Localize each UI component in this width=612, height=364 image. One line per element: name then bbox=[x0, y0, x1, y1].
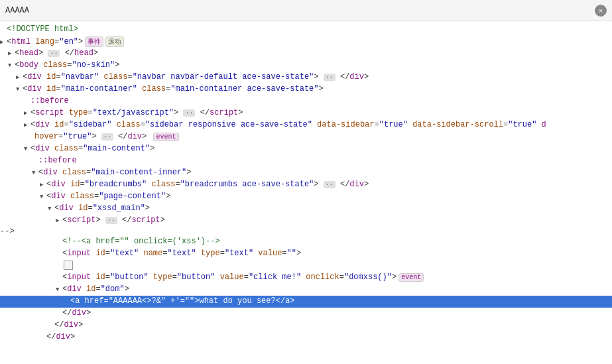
scroll-badge-html[interactable]: 滚动 bbox=[105, 36, 124, 47]
line-close-div2: </div> bbox=[0, 320, 612, 332]
line-input-button: <input id="button" type="button" value="… bbox=[0, 272, 612, 284]
close-div1-tag: </div> bbox=[62, 308, 91, 318]
input-button-tag: <input id="button" type="button" value="… bbox=[62, 273, 397, 282]
event-badge-button[interactable]: event bbox=[398, 273, 424, 282]
doctype-text: <!DOCTYPE html> bbox=[7, 25, 78, 34]
script2-tag: <script> ·· </script> bbox=[62, 215, 165, 225]
line-script1: <script type="text/javascript"> ·· </scr… bbox=[0, 107, 612, 119]
triangle-main-container[interactable] bbox=[16, 86, 23, 93]
ellipsis-head[interactable]: ·· bbox=[48, 50, 60, 57]
line-comment-xss: <!--<a href="" onclick=('xss')--> bbox=[0, 236, 612, 248]
triangle-navbar[interactable] bbox=[16, 74, 23, 81]
line-html: <html lang="en"> 事件 滚动 bbox=[0, 36, 612, 48]
line-navbar: <div id="navbar" class="navbar navbar-de… bbox=[0, 72, 612, 84]
script1-tag: <script type="text/javascript"> ·· </scr… bbox=[31, 108, 243, 117]
line-body: <body class="no-skin"> bbox=[0, 60, 612, 72]
search-bar: × bbox=[0, 0, 612, 21]
line-close-div1: </div> bbox=[0, 308, 612, 320]
line-script2: <script> ·· </script> bbox=[0, 215, 612, 227]
ellipsis-script1[interactable]: ·· bbox=[183, 109, 195, 117]
breadcrumbs-tag: <div id="breadcrumbs" class="breadcrumbs… bbox=[46, 180, 369, 189]
div-dom-tag: <div id="dom"> bbox=[62, 284, 129, 294]
line-doctype: <!DOCTYPE html> bbox=[0, 24, 612, 36]
triangle-sidebar[interactable] bbox=[24, 121, 31, 129]
line-a-href[interactable]: <a href="AAAAAA<>?&" +'="">what do you s… bbox=[0, 296, 612, 308]
code-panel: <!DOCTYPE html> <html lang="en"> 事件 滚动 <… bbox=[0, 21, 612, 364]
line-close-div3: </div> bbox=[0, 332, 612, 343]
close-div3-tag: </div> bbox=[46, 332, 75, 341]
ellipsis-breadcrumbs[interactable]: ·· bbox=[324, 181, 336, 188]
triangle-main-content[interactable] bbox=[24, 146, 31, 152]
close-button[interactable]: × bbox=[595, 5, 607, 17]
triangle-script1[interactable] bbox=[24, 109, 31, 117]
page-content-tag: <div class="page-content"> bbox=[46, 192, 170, 201]
pseudo-before1: ::before bbox=[31, 96, 69, 105]
line-before1: ::before bbox=[0, 95, 612, 107]
a-href-tag: <a href="AAAAAA<>?&" +'="">what do you s… bbox=[70, 296, 295, 306]
line-input-text: <input id="text" name="text" type="text"… bbox=[0, 248, 612, 260]
line-sidebar: <div id="sidebar" class="sidebar respons… bbox=[0, 119, 612, 131]
triangle-breadcrumbs[interactable] bbox=[40, 181, 46, 188]
head-tag: <head> ·· </head> bbox=[15, 48, 98, 58]
ellipsis-navbar[interactable]: ·· bbox=[324, 74, 336, 81]
triangle-xssd-main[interactable] bbox=[48, 206, 54, 212]
search-input[interactable] bbox=[5, 6, 595, 15]
line-breadcrumbs: <div id="breadcrumbs" class="breadcrumbs… bbox=[0, 179, 612, 191]
main-content-inner-tag: <div class="main-content-inner"> bbox=[38, 168, 191, 177]
triangle-div-dom[interactable] bbox=[56, 286, 62, 293]
body-tag: <body class="no-skin"> bbox=[15, 60, 119, 70]
close-div2-tag: </div> bbox=[54, 320, 83, 330]
sidebar-tag-cont: hover="true"> ·· </div> event bbox=[34, 132, 179, 141]
line-before2: ::before bbox=[0, 155, 612, 167]
line-page-content: <div class="page-content"> bbox=[0, 191, 612, 203]
triangle-html[interactable] bbox=[0, 38, 7, 46]
navbar-tag: <div id="navbar" class="navbar navbar-de… bbox=[23, 72, 369, 82]
triangle-main-content-inner[interactable] bbox=[32, 170, 38, 176]
checkbox-icon bbox=[64, 261, 73, 270]
pseudo-before2: ::before bbox=[38, 156, 77, 165]
triangle-page-content[interactable] bbox=[40, 194, 46, 200]
xssd-main-tag: <div id="xssd_main"> bbox=[54, 204, 150, 213]
line-checkbox bbox=[0, 260, 612, 272]
triangle-script2[interactable] bbox=[56, 217, 62, 224]
line-main-content: <div class="main-content"> bbox=[0, 143, 612, 155]
comment-xss-text: <!--<a href="" onclick=('xss')--> bbox=[62, 237, 220, 246]
triangle-body[interactable] bbox=[8, 62, 15, 69]
line-main-content-inner: <div class="main-content-inner"> bbox=[0, 167, 612, 179]
main-container-tag: <div id="main-container" class="main-con… bbox=[23, 84, 324, 93]
event-badge-html[interactable]: 事件 bbox=[85, 36, 103, 47]
main-content-tag: <div class="main-content"> bbox=[31, 144, 154, 153]
event-badge-sidebar[interactable]: event bbox=[153, 133, 178, 141]
html-tag: <html lang="en"> bbox=[7, 37, 83, 46]
input-text-tag: <input id="text" name="text" type="text"… bbox=[62, 249, 301, 258]
line-xssd-main: <div id="xssd_main"> bbox=[0, 203, 612, 215]
triangle-head[interactable] bbox=[8, 50, 15, 57]
ellipsis-sidebar[interactable]: ·· bbox=[101, 133, 113, 141]
line-div-dom: <div id="dom"> bbox=[0, 284, 612, 296]
line-main-container: <div id="main-container" class="main-con… bbox=[0, 84, 612, 95]
sidebar-tag: <div id="sidebar" class="sidebar respons… bbox=[31, 120, 546, 129]
line-sidebar-cont: hover="true"> ·· </div> event bbox=[0, 131, 612, 143]
line-head: <head> ·· </head> bbox=[0, 48, 612, 60]
ellipsis-script2[interactable]: ·· bbox=[105, 217, 117, 224]
